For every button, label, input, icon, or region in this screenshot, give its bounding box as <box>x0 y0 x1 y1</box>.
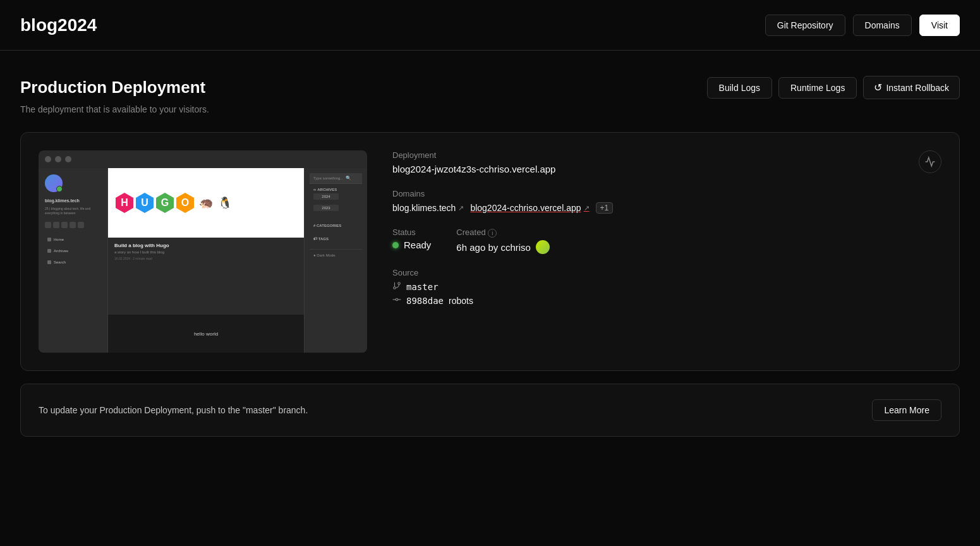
deployment-preview: blog.klimes.tech 25 | blogging about tec… <box>39 150 367 353</box>
domain1-text: blog.klimes.tech <box>392 203 456 213</box>
hugo-letters: H U G O <box>116 193 194 213</box>
hugo-letter-o: O <box>176 193 194 213</box>
preview-search-label: Type something... <box>313 176 343 180</box>
deployment-label: Deployment <box>392 150 941 160</box>
commit-icon <box>392 295 401 306</box>
info-bar: To update your Production Deployment, pu… <box>20 384 960 437</box>
learn-more-button[interactable]: Learn More <box>872 399 941 421</box>
categories-label: # CATEGORIES <box>313 224 358 228</box>
preview-categories-section: # CATEGORIES <box>310 220 362 233</box>
app-title: blog2024 <box>20 15 97 35</box>
archives-label: ∞ ARCHIVES <box>313 188 358 191</box>
plus-badge[interactable]: +1 <box>596 202 614 214</box>
git-repository-button[interactable]: Git Repository <box>765 15 845 36</box>
domains-button[interactable]: Domains <box>853 15 912 36</box>
preview-right-panel: Type something... 🔍 ∞ ARCHIVES 2024 2023 <box>304 168 367 353</box>
branch-icon <box>392 281 401 292</box>
tags-label: 🏷 TAGS <box>313 237 358 241</box>
instant-rollback-button[interactable]: ↺ Instant Rollback <box>863 76 960 99</box>
main-content: Production Deployment Build Logs Runtime… <box>0 51 980 457</box>
hugo-letter-u: U <box>136 193 154 213</box>
hello-world-text: hello world <box>194 331 218 337</box>
archive-2024-value: 2024 <box>313 193 339 200</box>
info-icon[interactable]: i <box>488 229 497 238</box>
activity-icon[interactable] <box>919 150 941 173</box>
preview-article-sub: a story on how I built this blog <box>114 250 298 254</box>
runtime-logs-button[interactable]: Runtime Logs <box>778 77 857 99</box>
domain2-text: blog2024-cchriso.vercel.app <box>470 203 581 213</box>
status-ready: Ready <box>392 240 431 250</box>
source-block: Source master <box>392 268 941 309</box>
created-block: Created i 6h ago by cchriso <box>456 228 550 254</box>
deployment-card: blog.klimes.tech 25 | blogging about tec… <box>20 132 960 371</box>
created-time: 6h ago by cchriso <box>456 242 531 253</box>
domains-label: Domains <box>392 189 941 198</box>
nav-icon-search <box>47 260 51 264</box>
archive-2024: 2024 <box>313 193 358 200</box>
preview-tags-section: 🏷 TAGS <box>310 233 362 246</box>
build-logs-button[interactable]: Build Logs <box>707 77 772 99</box>
preview-icon-4 <box>70 222 76 228</box>
hugo-letter-g: G <box>156 193 174 213</box>
app-header: blog2024 Git Repository Domains Visit <box>0 0 980 51</box>
status-label: Status <box>392 228 431 237</box>
section-title: Production Deployment <box>20 78 205 97</box>
section-actions: Build Logs Runtime Logs ↺ Instant Rollba… <box>707 76 960 99</box>
visit-button[interactable]: Visit <box>919 15 960 36</box>
preview-main: H U G O 🦔 🐧 Build a blog with Hugo a sto… <box>108 168 304 353</box>
preview-nav-archives: Archives <box>45 247 101 255</box>
domain1-link[interactable]: blog.klimes.tech ↗ <box>392 203 464 213</box>
status-created-row: Status Ready Created i 6h ago by cchriso <box>392 228 941 254</box>
deployment-url-section: Deployment blog2024-jwzot4z3s-cchriso.ve… <box>392 150 941 175</box>
nav-icon-archives <box>47 249 51 253</box>
domain2-link[interactable]: blog2024-cchriso.vercel.app ↗ <box>470 203 589 213</box>
preview-sidebar: blog.klimes.tech 25 | blogging about tec… <box>39 168 108 353</box>
info-bar-text: To update your Production Deployment, pu… <box>39 405 308 415</box>
preview-blog-title: blog.klimes.tech <box>45 198 101 203</box>
status-dot <box>392 242 399 248</box>
user-avatar <box>536 240 550 254</box>
domains-row: blog.klimes.tech ↗ blog2024-cchriso.verc… <box>392 202 941 214</box>
preview-content: blog.klimes.tech 25 | blogging about tec… <box>39 168 367 353</box>
rollback-icon: ↺ <box>874 82 882 94</box>
nav-label-home: Home <box>54 238 64 241</box>
commit-message: robots <box>449 296 473 306</box>
deployment-info: Deployment blog2024-jwzot4z3s-cchriso.ve… <box>392 150 941 353</box>
section-header: Production Deployment Build Logs Runtime… <box>20 76 960 99</box>
branch-item: master <box>392 281 941 292</box>
section-title-group: Production Deployment <box>20 78 205 97</box>
status-value: Ready <box>404 240 431 250</box>
preview-search: Type something... 🔍 <box>310 173 362 184</box>
svg-point-3 <box>396 298 398 301</box>
svg-point-1 <box>398 282 401 285</box>
archive-2023: 2023 <box>313 205 358 211</box>
hugo-letter-h: H <box>116 193 133 213</box>
external-link-icon-2: ↗ <box>584 204 590 212</box>
source-label: Source <box>392 268 941 277</box>
rollback-label: Instant Rollback <box>886 83 949 93</box>
deployment-url: blog2024-jwzot4z3s-cchriso.vercel.app <box>392 164 555 174</box>
domains-section: Domains blog.klimes.tech ↗ blog2024-cchr… <box>392 189 941 214</box>
preview-nav-home: Home <box>45 236 101 243</box>
preview-article: Build a blog with Hugo a story on how I … <box>108 238 304 315</box>
commit-hash: 8988dae <box>406 296 444 306</box>
status-block: Status Ready <box>392 228 431 254</box>
preview-icon-row <box>45 222 101 228</box>
created-label: Created i <box>456 228 550 238</box>
nav-label-archives: Archives <box>54 249 68 253</box>
hugo-mascot-2: 🐧 <box>218 196 232 210</box>
preview-blog-sub: 25 | blogging about tech, life and every… <box>45 207 101 215</box>
preview-avatar <box>45 174 63 192</box>
nav-icon-home <box>47 238 51 241</box>
preview-article-meta: 16.02.2024 · 2 minute read <box>114 257 298 260</box>
created-value: 6h ago by cchriso <box>456 240 550 254</box>
preview-archives-section: ∞ ARCHIVES 2024 2023 <box>310 184 362 220</box>
browser-dot-1 <box>45 156 51 162</box>
svg-point-2 <box>394 287 396 289</box>
browser-dot-3 <box>65 156 71 162</box>
preview-article-title: Build a blog with Hugo <box>114 243 298 248</box>
preview-icon-2 <box>53 222 59 228</box>
preview-dark-section: hello world <box>108 315 304 353</box>
external-link-icon-1: ↗ <box>458 204 464 212</box>
commit-item: 8988dae robots <box>392 295 941 306</box>
